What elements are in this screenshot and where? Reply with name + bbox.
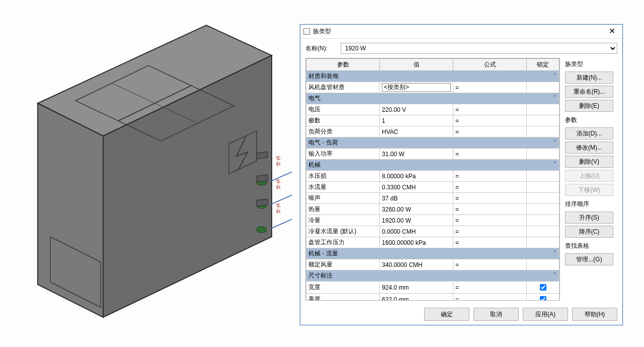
formula-cell[interactable]: = [453,215,527,226]
delete-e-button[interactable]: 删除(E) [565,100,613,112]
group-row[interactable]: 材质和装饰˄ [306,71,559,82]
chevron-up-icon[interactable]: ˄ [553,73,556,78]
table-row[interactable]: 电压220.00 V= [306,104,559,115]
group-row[interactable]: 机械 - 流量˄ [306,248,559,259]
params-table-wrap[interactable]: 参数 值 公式 锁定 材质和装饰˄风机盘管材质=电气˄电压220.00 V=极数… [305,58,560,301]
close-icon[interactable]: ✕ [604,27,619,37]
value-cell[interactable]: 8.00000 kPa [380,171,453,182]
value-cell[interactable] [380,82,453,93]
formula-cell[interactable]: = [453,104,527,115]
add-button[interactable]: 添加(D)... [565,127,613,140]
value-input[interactable] [382,83,451,92]
chevron-up-icon[interactable]: ˄ [553,272,556,277]
value-cell[interactable]: 1920.00 W [380,215,453,226]
lock-checkbox[interactable] [540,296,546,301]
type-name-select[interactable]: 1920 W [341,43,617,54]
formula-cell[interactable]: = [453,149,527,160]
lock-cell[interactable] [527,294,559,301]
formula-cell[interactable]: = [453,82,527,93]
table-row[interactable]: 冷量1920.00 W= [306,215,559,226]
col-formula[interactable]: 公式 [453,59,527,71]
table-row[interactable]: 水压损8.00000 kPa= [306,171,559,182]
lock-cell[interactable] [527,182,559,193]
table-row[interactable]: 冷凝水流量 (默认)0.0000 CMH= [306,226,559,237]
lock-cell[interactable] [527,204,559,215]
lock-cell[interactable] [527,171,559,182]
group-row[interactable]: 电气˄ [306,93,559,104]
formula-cell[interactable]: = [453,294,527,301]
group-row[interactable]: 机械˄ [306,160,559,171]
move-down-button[interactable]: 下移(W) [565,184,613,196]
value-cell[interactable]: 220.00 V [380,104,453,115]
table-row[interactable]: 高度622.0 mm= [306,294,559,301]
value-cell[interactable]: 340.0000 CMH [380,259,453,270]
table-row[interactable]: 热量3260.00 W= [306,204,559,215]
formula-cell[interactable]: = [453,115,527,126]
lock-checkbox[interactable] [540,284,546,291]
chevron-up-icon[interactable]: ˄ [553,95,556,100]
lock-cell[interactable] [527,126,559,137]
col-value[interactable]: 值 [380,59,453,71]
formula-cell[interactable]: = [453,193,527,204]
lock-cell[interactable] [527,215,559,226]
value-cell[interactable]: 1 [380,115,453,126]
value-cell[interactable]: 3260.00 W [380,204,453,215]
formula-cell[interactable]: = [453,171,527,182]
chevron-up-icon[interactable]: ˄ [553,139,556,145]
rename-button[interactable]: 重命名(R)... [565,86,613,98]
name-label: 名称(N): [305,44,337,53]
value-cell[interactable]: 37 dB [380,193,453,204]
table-row[interactable]: 输入功率31.00 W= [306,149,559,160]
chevron-up-icon[interactable]: ˄ [553,250,556,255]
table-row[interactable]: 极数1= [306,115,559,126]
new-button[interactable]: 新建(N)... [565,72,613,84]
value-cell[interactable]: 924.0 mm [380,282,453,294]
col-param[interactable]: 参数 [306,59,380,71]
asc-button[interactable]: 升序(S) [565,212,613,224]
formula-cell[interactable]: = [453,182,527,193]
formula-cell[interactable]: = [453,126,527,137]
lock-cell[interactable] [527,149,559,160]
titlebar[interactable]: 族类型 ✕ [300,25,622,39]
lock-cell[interactable] [527,226,559,237]
lock-cell[interactable] [527,259,559,270]
table-row[interactable]: 盘管工作压力1600.00000 kPa= [306,237,559,248]
help-button[interactable]: 帮助(H) [572,308,617,321]
formula-cell[interactable]: = [453,282,527,294]
chevron-up-icon[interactable]: ˄ [553,161,556,167]
group-row[interactable]: 尺寸标注˄ [306,270,559,282]
lock-cell[interactable] [527,104,559,115]
lock-cell[interactable] [527,193,559,204]
table-row[interactable]: 风机盘管材质= [306,82,559,93]
table-row[interactable]: 水流量0.3300 CMH= [306,182,559,193]
lock-cell[interactable] [527,115,559,126]
lock-cell[interactable] [527,282,559,294]
value-cell[interactable]: 31.00 W [380,149,453,160]
value-cell[interactable]: 0.3300 CMH [380,182,453,193]
manage-button[interactable]: 管理...(G) [565,253,613,265]
formula-cell[interactable]: = [453,226,527,237]
value-cell[interactable]: 1600.00000 kPa [380,237,453,248]
table-row[interactable]: 负荷分类HVAC= [306,126,559,137]
value-cell[interactable]: HVAC [380,126,453,137]
formula-cell[interactable]: = [453,204,527,215]
group-row[interactable]: 电气 - 负荷˄ [306,137,559,149]
table-row[interactable]: 宽度924.0 mm= [306,282,559,294]
lock-cell[interactable] [527,82,559,93]
apply-button[interactable]: 应用(A) [523,308,568,321]
formula-cell[interactable]: = [453,259,527,270]
model-viewport[interactable]: 管-供 管-供 管-供 [5,5,292,342]
cancel-button[interactable]: 取消 [473,308,519,321]
table-row[interactable]: 额定风量340.0000 CMH= [306,259,559,270]
delete-v-button[interactable]: 删除(V) [565,156,613,168]
modify-button[interactable]: 修改(M)... [565,142,613,154]
desc-button[interactable]: 降序(C) [565,226,613,238]
ok-button[interactable]: 确定 [424,308,469,321]
value-cell[interactable]: 622.0 mm [380,294,453,301]
formula-cell[interactable]: = [453,237,527,248]
col-lock[interactable]: 锁定 [527,59,559,71]
lock-cell[interactable] [527,237,559,248]
move-up-button[interactable]: 上移(U) [565,170,613,182]
table-row[interactable]: 噪声37 dB= [306,193,559,204]
value-cell[interactable]: 0.0000 CMH [380,226,453,237]
